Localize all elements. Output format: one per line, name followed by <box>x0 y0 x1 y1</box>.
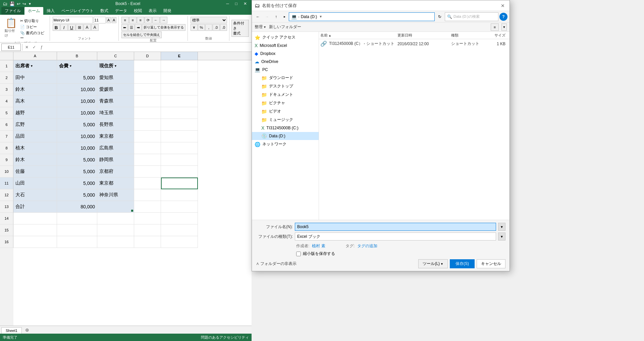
cell-a9[interactable]: 鈴木 <box>13 154 57 166</box>
wrap-text-btn[interactable]: 折り返して全体を表示する <box>142 24 185 31</box>
row-header-10[interactable]: 10 <box>0 166 13 178</box>
tab-insert[interactable]: 挿入 <box>43 7 58 15</box>
cell-a11[interactable]: 山田 <box>13 178 57 189</box>
new-folder-button[interactable]: 新しいフォルダー <box>269 24 301 30</box>
row-header-16[interactable]: 16 <box>0 236 13 248</box>
cell-b7[interactable]: 10,000 <box>57 131 97 142</box>
cell-a5[interactable]: 越野 <box>13 107 57 119</box>
row-header-4[interactable]: 4 <box>0 95 13 107</box>
cell-e8[interactable] <box>161 142 198 154</box>
path-bar[interactable]: 💻 › Data (D:) ▼ <box>289 12 435 21</box>
window-close[interactable]: ✕ <box>241 1 249 6</box>
cell-b8[interactable]: 10,000 <box>57 142 97 154</box>
window-maximize[interactable]: □ <box>233 1 239 6</box>
cancel-button[interactable]: キャンセル <box>477 259 505 268</box>
search-box[interactable]: 🔍 Data (D:)の検索 <box>445 12 498 21</box>
nav-item-quick-access[interactable]: ⭐ クイック アクセス <box>252 33 319 42</box>
row-header-7[interactable]: 7 <box>0 131 13 142</box>
tab-page-layout[interactable]: ページレイアウト <box>58 7 97 15</box>
cell-d11[interactable] <box>134 178 161 189</box>
back-button[interactable]: ← <box>254 13 262 21</box>
filetype-dropdown-btn[interactable]: ▼ <box>498 232 505 241</box>
refresh-button[interactable]: ↻ <box>436 13 444 21</box>
quick-access-undo[interactable]: ↩ <box>17 1 20 6</box>
row-header-8[interactable]: 8 <box>0 142 13 154</box>
cell-c6[interactable]: 長野県 <box>97 119 134 131</box>
align-center-btn[interactable]: ☰ <box>128 24 135 31</box>
thumbnail-checkbox[interactable] <box>296 252 301 256</box>
row-header-5[interactable]: 5 <box>0 107 13 119</box>
align-middle-btn[interactable]: ≡ <box>129 17 137 23</box>
cell-c11[interactable]: 東京都 <box>97 178 134 189</box>
col-header-a[interactable]: A <box>13 52 57 60</box>
filename-dropdown-btn[interactable]: ▼ <box>498 223 505 231</box>
cancel-formula-btn[interactable]: ✕ <box>24 44 30 50</box>
nav-item-excel[interactable]: X Microsoft Excel <box>252 42 319 50</box>
indent-increase-btn[interactable]: → <box>160 17 167 23</box>
cell-c12[interactable]: 神奈川県 <box>97 189 134 201</box>
font-selector[interactable] <box>53 17 93 23</box>
nav-item-pc[interactable]: 💻 PC <box>252 66 319 74</box>
align-left-btn[interactable]: ⬅ <box>121 24 128 31</box>
row-header-2[interactable]: 2 <box>0 72 13 84</box>
nav-item-drive-c[interactable]: X TI31245000B (C:) <box>252 124 319 132</box>
font-increase-btn[interactable]: A <box>106 17 111 23</box>
bold-button[interactable]: B <box>53 24 60 31</box>
tab-home[interactable]: ホーム <box>24 7 43 15</box>
dialog-close-button[interactable]: ✕ <box>499 2 507 10</box>
cell-c3[interactable]: 愛媛県 <box>97 84 134 95</box>
cell-a3[interactable]: 鈴木 <box>13 84 57 95</box>
file-item[interactable]: 🔗 TI31245000B (C） - ショートカット 2016/03/22 1… <box>319 39 509 48</box>
tab-data[interactable]: データ <box>112 7 130 15</box>
cell-b2[interactable]: 5,000 <box>57 72 97 84</box>
cell-e5[interactable] <box>161 107 198 119</box>
cell-d6[interactable] <box>134 119 161 131</box>
percent-btn[interactable]: % <box>198 24 205 31</box>
decimal-increase-btn[interactable]: .0 <box>213 24 220 31</box>
row-header-1[interactable]: 1 <box>0 60 13 72</box>
cell-a2[interactable]: 田中 <box>13 72 57 84</box>
row-header-6[interactable]: 6 <box>0 119 13 131</box>
number-format-select[interactable]: 標準 <box>191 17 227 23</box>
nav-item-dropbox[interactable]: ◆ Dropbox <box>252 50 319 58</box>
nav-item-documents[interactable]: 📁 ドキュメント <box>252 90 319 99</box>
col-header-name[interactable]: 名前▲ <box>320 33 397 38</box>
nav-item-music[interactable]: 📁 ミュージック <box>252 116 319 124</box>
tools-button[interactable]: ツール(L) ▼ <box>418 259 448 268</box>
row-header-9[interactable]: 9 <box>0 154 13 166</box>
align-right-btn[interactable]: ➡ <box>135 24 141 31</box>
cell-c7[interactable]: 東京都 <box>97 131 134 142</box>
nav-item-pictures[interactable]: 📁 ピクチャ <box>252 99 319 107</box>
help-button[interactable]: ? <box>499 13 507 21</box>
cell-a6[interactable]: 広野 <box>13 119 57 131</box>
row-header-3[interactable]: 3 <box>0 84 13 95</box>
save-button[interactable]: 保存(S) <box>450 259 475 268</box>
col-header-type[interactable]: 種類 <box>451 33 485 38</box>
confirm-formula-btn[interactable]: ✓ <box>31 44 37 50</box>
cell-c2[interactable]: 愛知県 <box>97 72 134 84</box>
cell-d1[interactable] <box>134 60 161 72</box>
col-header-date[interactable]: 更新日時 <box>397 33 451 38</box>
row-header-11[interactable]: 11 <box>0 178 13 189</box>
cell-e3[interactable] <box>161 84 198 95</box>
cell-e1[interactable] <box>161 60 198 72</box>
nav-item-drive-d[interactable]: 💿 Data (D:) <box>252 132 319 140</box>
paste-special-button[interactable]: 📎 書式のコピー <box>19 30 47 41</box>
name-box[interactable] <box>1 44 21 51</box>
row-header-12[interactable]: 12 <box>0 189 13 201</box>
cell-a4[interactable]: 高木 <box>13 95 57 107</box>
cell-b10[interactable]: 5,000 <box>57 166 97 178</box>
forward-button[interactable]: → <box>263 13 271 21</box>
row-header-15[interactable]: 15 <box>0 224 13 236</box>
cell-a10[interactable]: 佐藤 <box>13 166 57 178</box>
recent-btn[interactable]: ▸ <box>281 13 288 21</box>
cell-b6[interactable]: 5,000 <box>57 119 97 131</box>
cell-c4[interactable]: 青森県 <box>97 95 134 107</box>
cell-a7[interactable]: 品田 <box>13 131 57 142</box>
tab-file[interactable]: ファイル <box>1 7 24 15</box>
cell-c9[interactable]: 静岡県 <box>97 154 134 166</box>
nav-item-downloads[interactable]: 📁 ダウンロード <box>252 74 319 82</box>
col-header-c[interactable]: C <box>97 52 134 60</box>
font-decrease-btn[interactable]: A <box>112 17 116 23</box>
filename-input[interactable] <box>295 223 496 231</box>
